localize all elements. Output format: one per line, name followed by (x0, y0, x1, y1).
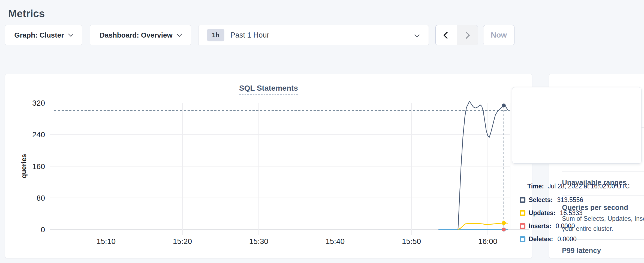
graph-selector-dropdown[interactable]: Graph: Cluster (5, 25, 82, 45)
tooltip-series-row: Deletes:0.0000 (520, 236, 577, 243)
chevron-down-icon (68, 31, 74, 37)
tooltip-series-value: 0.0000 (557, 236, 576, 243)
chevron-left-icon (443, 32, 451, 39)
tooltip-series-value: 313.5556 (557, 196, 583, 204)
tooltip-series-row: Selects:313.5556 (520, 196, 583, 204)
tooltip-series-name: Inserts: (529, 222, 551, 230)
tooltip-series-value: 0.0000 (556, 222, 575, 230)
tooltip-series-name: Updates: (529, 209, 555, 217)
chart-title[interactable]: SQL Statements (239, 84, 298, 95)
sidebar-section-heading: P99 latency (562, 246, 601, 255)
tooltip-series-value: 16.5333 (560, 209, 582, 217)
chart-hover-tooltip: Time:Jul 28, 2022 at 16:02:00 UTC Select… (512, 87, 642, 164)
tooltip-time-row: Time:Jul 28, 2022 at 16:02:00 UTC (527, 183, 630, 190)
tooltip-time-label: Time: (527, 183, 544, 190)
dashboard-selector-dropdown[interactable]: Dashboard: Overview (90, 25, 191, 45)
previous-time-window-button[interactable] (436, 25, 457, 45)
time-range-badge: 1h (207, 29, 224, 41)
dashboard-selector-label: Dashboard: Overview (100, 31, 172, 39)
sidebar-divider (562, 171, 644, 172)
tooltip-series-name: Selects: (529, 196, 553, 204)
time-range-label: Past 1 Hour (230, 31, 269, 39)
series-swatch-icon (520, 236, 525, 242)
chart-title-row: SQL Statements (5, 84, 532, 95)
tooltip-time-value: Jul 28, 2022 at 16:02:00 UTC (548, 183, 630, 190)
tooltip-series-name: Deletes: (529, 236, 553, 243)
chevron-right-icon (463, 32, 470, 39)
now-button-label: Now (491, 31, 507, 39)
series-swatch-icon (520, 210, 525, 216)
graph-selector-label: Graph: Cluster (14, 31, 64, 39)
page-title: Metrics (8, 8, 45, 20)
time-range-dropdown[interactable]: 1h Past 1 Hour (198, 25, 429, 45)
tooltip-series-row: Inserts:0.0000 (520, 222, 575, 230)
tooltip-series-row: Updates:16.5333 (520, 209, 583, 217)
series-swatch-icon (520, 223, 525, 229)
series-swatch-icon (520, 197, 525, 203)
chevron-down-icon (414, 32, 419, 37)
sidebar-divider (562, 195, 644, 196)
chevron-down-icon (177, 31, 182, 37)
next-time-window-button[interactable] (457, 25, 478, 45)
now-button[interactable]: Now (483, 25, 514, 45)
sql-statements-chart-card (5, 74, 532, 258)
time-window-pager (435, 25, 478, 45)
